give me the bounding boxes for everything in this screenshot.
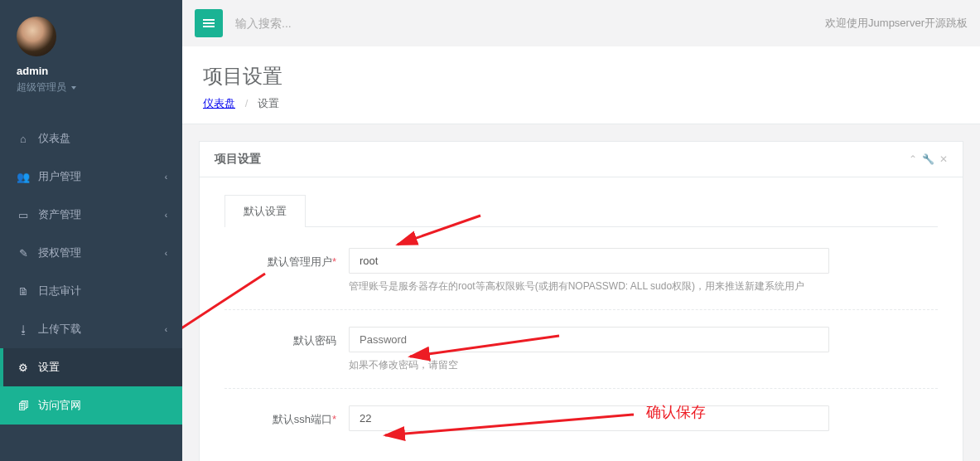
ssh-port-label: 默认ssh端口* (224, 405, 349, 427)
edit-icon: ✎ (17, 246, 30, 260)
sidebar-item-label: 用户管理 (38, 169, 81, 184)
required-marker: * (332, 255, 336, 268)
password-input[interactable] (349, 327, 829, 352)
sidebar-item-audit: 🗎日志审计 (0, 272, 182, 310)
sidebar-item-label: 上传下载 (38, 322, 81, 337)
panel-tools: ⌃ 🔧 ✕ (909, 153, 948, 165)
form-row-ssh-port: 默认ssh端口* (224, 405, 938, 431)
download-icon: ⭳ (17, 323, 30, 336)
annotation-confirm-save: 确认保存 (646, 402, 706, 422)
gear-icon: ⚙ (17, 361, 30, 374)
sidebar-item-label: 授权管理 (38, 245, 81, 260)
page-header: 项目设置 仪表盘 / 设置 (182, 46, 980, 124)
role-label: 超级管理员 (17, 81, 66, 93)
password-field: 如果不修改密码，请留空 (349, 327, 829, 373)
main-content: 欢迎使用Jumpserver开源跳板 项目设置 仪表盘 / 设置 项目设置 ⌃ … (182, 0, 980, 461)
sidebar-item-users: 👥用户管理‹ (0, 158, 182, 196)
chevron-left-icon: ‹ (165, 325, 167, 334)
sidebar-item-perms: ✎授权管理‹ (0, 234, 182, 272)
sidebar-item-settings: ⚙设置 (0, 348, 182, 386)
admin-user-label: 默认管理用户* (224, 248, 349, 269)
welcome-text: 欢迎使用Jumpserver开源跳板 (825, 16, 968, 31)
collapse-icon[interactable]: ⌃ (909, 153, 917, 165)
sidebar-item-label: 设置 (38, 360, 60, 375)
panel-title: 项目设置 (215, 152, 261, 167)
search-input[interactable] (235, 17, 484, 30)
password-label: 默认密码 (224, 327, 349, 348)
caret-down-icon (71, 86, 76, 90)
breadcrumb-current: 设置 (258, 97, 279, 109)
required-marker: * (332, 413, 336, 425)
divider (224, 309, 938, 310)
username: admin (17, 65, 166, 77)
tabs: 默认设置 (224, 194, 938, 227)
breadcrumb: 仪表盘 / 设置 (203, 96, 959, 111)
sidebar: admin 超级管理员 ⌂仪表盘 👥用户管理‹ ▭资产管理‹ ✎授权管理‹ 🗎日… (0, 0, 182, 461)
avatar[interactable] (17, 17, 56, 56)
laptop-icon: ▭ (17, 208, 30, 221)
ssh-port-field (349, 405, 829, 431)
dashboard-icon: ⌂ (17, 132, 30, 145)
file-icon: 🗎 (17, 284, 30, 298)
ssh-port-input[interactable] (349, 405, 829, 431)
topbar: 欢迎使用Jumpserver开源跳板 (182, 0, 980, 46)
password-help: 如果不修改密码，请留空 (349, 357, 829, 373)
sidebar-item-label: 访问官网 (38, 398, 81, 413)
files-icon: 🗐 (17, 399, 30, 412)
menu-toggle-button[interactable] (195, 9, 223, 37)
users-icon: 👥 (17, 170, 30, 183)
nav-menu: ⌂仪表盘 👥用户管理‹ ▭资产管理‹ ✎授权管理‹ 🗎日志审计 ⭳上传下载‹ ⚙… (0, 119, 182, 425)
role-dropdown[interactable]: 超级管理员 (17, 80, 166, 95)
sidebar-item-dashboard: ⌂仪表盘 (0, 119, 182, 158)
form-row-admin-user: 默认管理用户* 管理账号是服务器存在的root等高权限账号(或拥有NOPASSW… (224, 248, 938, 294)
panel-body: 默认设置 默认管理用户* 管理账号是服务器存在的root等高权限账号(或拥有NO… (200, 177, 963, 461)
breadcrumb-home[interactable]: 仪表盘 (203, 97, 235, 109)
breadcrumb-separator: / (245, 97, 249, 109)
profile-block: admin 超级管理员 (0, 0, 182, 107)
page-title: 项目设置 (203, 63, 959, 90)
admin-user-help: 管理账号是服务器存在的root等高权限账号(或拥有NOPASSWD: ALL s… (349, 279, 829, 294)
sidebar-item-label: 资产管理 (38, 207, 81, 222)
close-icon[interactable]: ✕ (939, 153, 948, 165)
form-row-password: 默认密码 如果不修改密码，请留空 (224, 327, 938, 373)
sidebar-item-assets: ▭资产管理‹ (0, 196, 182, 234)
admin-user-input[interactable] (349, 248, 829, 274)
sidebar-item-label: 日志审计 (38, 284, 81, 298)
tab-default-settings[interactable]: 默认设置 (224, 195, 306, 227)
chevron-left-icon: ‹ (165, 172, 167, 182)
chevron-left-icon: ‹ (165, 211, 167, 220)
wrench-icon[interactable]: 🔧 (922, 153, 934, 165)
sidebar-item-label: 仪表盘 (38, 131, 70, 146)
panel-header: 项目设置 ⌃ 🔧 ✕ (200, 142, 963, 177)
settings-panel: 项目设置 ⌃ 🔧 ✕ 默认设置 默认管理用户* (199, 141, 963, 461)
sidebar-item-updown: ⭳上传下载‹ (0, 310, 182, 348)
content-area: 项目设置 ⌃ 🔧 ✕ 默认设置 默认管理用户* (182, 124, 980, 461)
divider (224, 388, 938, 389)
chevron-left-icon: ‹ (165, 249, 167, 258)
sidebar-item-website: 🗐访问官网 (0, 386, 182, 425)
admin-user-field: 管理账号是服务器存在的root等高权限账号(或拥有NOPASSWD: ALL s… (349, 248, 829, 294)
